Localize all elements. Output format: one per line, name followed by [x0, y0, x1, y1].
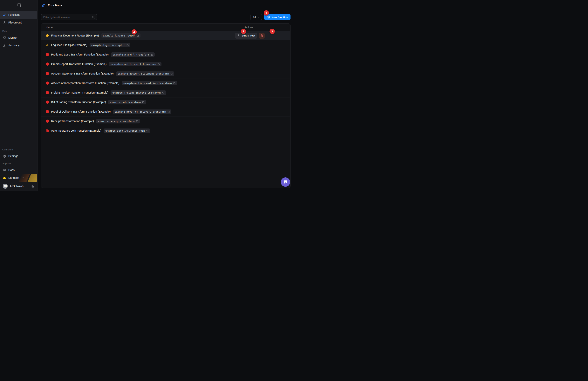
sidebar-item-monitor[interactable]: Monitor [0, 34, 37, 41]
function-name: Profit and Loss Transform Function (Exam… [51, 53, 109, 56]
table-header: Name Actions [41, 24, 290, 31]
copy-icon[interactable] [142, 101, 145, 103]
function-slug: example-logistics-split [91, 44, 125, 47]
sandbox-stripe-decoration [27, 174, 37, 182]
copy-icon[interactable] [136, 120, 138, 122]
function-type-icon [46, 129, 49, 132]
app-logo[interactable] [0, 0, 37, 11]
circle-icon [46, 110, 49, 113]
function-type-icon [46, 120, 49, 123]
function-slug-chip[interactable]: example-freight-invoice-transform [111, 91, 166, 95]
sidebar-section-data: Data [0, 30, 37, 33]
circle-icon [46, 72, 49, 75]
function-slug-chip[interactable]: example-proof-of-delivery-transform [113, 110, 171, 114]
sidebar-item-accuracy[interactable]: Accuracy [0, 41, 37, 49]
row-actions: Edit & Test [235, 31, 265, 40]
sidebar-item-label: Docs [8, 169, 15, 171]
function-name: Auto Insurance Join Function (Example) [51, 129, 101, 132]
copy-icon[interactable] [162, 91, 165, 94]
sidebar-section-support: Support [0, 162, 37, 165]
main-content: Functions All New function Name Actions [38, 0, 294, 190]
diamond-icon [45, 34, 49, 37]
table-row[interactable]: Bill of Lading Transform Function (Examp… [41, 97, 290, 107]
chevron-down-icon [21, 177, 24, 179]
function-slug-chip[interactable]: example-articles-of-inc-transform [122, 81, 177, 85]
annotation-badge-1: 1 [264, 10, 269, 16]
function-type-icon [46, 81, 49, 85]
search-icon [92, 16, 95, 19]
sidebar-item-sandbox[interactable]: Sandbox [0, 174, 37, 182]
table-row[interactable]: Financial Document Router (Example) exam… [41, 31, 290, 40]
function-slug-chip[interactable]: example-bol-transform [108, 100, 146, 104]
copy-icon[interactable] [170, 72, 173, 75]
table-row[interactable]: Credit Report Transform Function (Exampl… [41, 59, 290, 69]
function-slug: example-articles-of-inc-transform [123, 82, 171, 85]
sidebar-item-docs[interactable]: Docs [0, 166, 37, 174]
function-slug-chip[interactable]: example-credit-report-transform [109, 62, 161, 66]
user-menu[interactable]: AN Arek Nawo [0, 182, 37, 190]
annotation-badge-2: 2 [241, 29, 246, 34]
playground-icon [237, 34, 240, 37]
copy-icon[interactable] [157, 63, 160, 65]
sidebar-item-settings[interactable]: Settings [0, 152, 37, 160]
function-table-body: Financial Document Router (Example) exam… [41, 31, 290, 135]
edit-and-test-button[interactable]: Edit & Test [235, 33, 257, 39]
function-slug-chip[interactable]: example-account-statement-transform [116, 71, 174, 76]
sidebar-item-label: Settings [8, 154, 18, 158]
sidebar-item-label: Functions [8, 13, 20, 16]
function-slug-chip[interactable]: example-auto-insurance-join [104, 129, 150, 133]
playground-icon [3, 21, 6, 24]
table-row[interactable]: Profit and Loss Transform Function (Exam… [41, 50, 290, 59]
copy-icon[interactable] [173, 82, 176, 84]
chat-widget-button[interactable] [281, 177, 290, 187]
function-type-icon [46, 100, 49, 104]
join-icon [46, 129, 49, 132]
function-slug: example-bol-transform [110, 101, 141, 104]
copy-icon[interactable] [146, 130, 149, 132]
sidebar-nav: Functions Playground Data [0, 11, 37, 49]
logo-icon [16, 3, 21, 8]
function-slug-chip[interactable]: example-logistics-split [90, 43, 130, 47]
function-name: Logistics File Split (Example) [51, 43, 87, 47]
circle-icon [46, 62, 49, 66]
sidebar-item-label: Playground [8, 21, 22, 24]
circle-icon [46, 100, 49, 104]
function-slug: example-proof-of-delivery-transform [115, 110, 166, 113]
function-slug: example-account-statement-transform [118, 72, 169, 75]
circle-icon [46, 91, 49, 94]
page-header: Functions [42, 3, 62, 7]
function-slug-chip[interactable]: example-receipt-transform [96, 119, 140, 123]
sidebar-item-playground[interactable]: Playground [0, 19, 37, 26]
table-row[interactable]: Receipt Transformation (Example) example… [41, 116, 290, 126]
sidebar-section-configure: Configure [0, 148, 37, 152]
sidebar-item-label: Accuracy [8, 44, 20, 47]
table-row[interactable]: Freight Invoice Transform Function (Exam… [41, 88, 290, 97]
function-slug-chip[interactable]: example-p-and-l-transform [111, 52, 155, 57]
table-row[interactable]: Account Statement Transform Function (Ex… [41, 69, 290, 78]
function-name: Credit Report Transform Function (Exampl… [51, 62, 106, 66]
function-name: Freight Invoice Transform Function (Exam… [51, 91, 108, 94]
collapse-sidebar-icon[interactable] [31, 185, 35, 188]
new-function-label: New function [272, 16, 288, 19]
sidebar-item-functions[interactable]: Functions [0, 11, 37, 19]
copy-icon[interactable] [126, 44, 129, 46]
table-row[interactable]: Auto Insurance Join Function (Example) e… [41, 126, 290, 135]
copy-icon[interactable] [151, 53, 153, 56]
sidebar-spacer [0, 49, 37, 148]
function-type-icon [46, 34, 49, 37]
function-type-icon [46, 72, 49, 75]
copy-icon[interactable] [136, 34, 139, 37]
table-row[interactable]: Logistics File Split (Example) example-l… [41, 40, 290, 50]
function-slug: example-freight-invoice-transform [112, 91, 161, 94]
delete-function-button[interactable] [259, 33, 265, 39]
split-icon [46, 43, 49, 47]
copy-icon[interactable] [167, 111, 170, 113]
column-header-actions: Actions [244, 26, 290, 29]
filter-type-dropdown[interactable]: All [250, 14, 262, 20]
filter-input[interactable] [43, 16, 92, 19]
function-type-icon [46, 110, 49, 113]
filter-input-wrap [41, 14, 97, 20]
table-row[interactable]: Proof of Delivery Transform Function (Ex… [41, 107, 290, 116]
table-row[interactable]: Articles of Incorporation Transform Func… [41, 78, 290, 88]
new-function-button[interactable]: New function [264, 14, 291, 20]
